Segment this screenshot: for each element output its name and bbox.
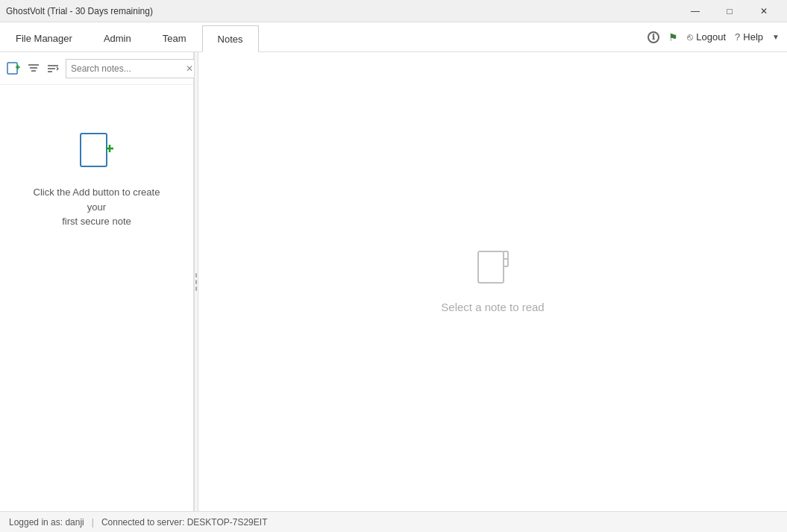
logged-in-label: Logged in as: bbox=[9, 517, 63, 528]
filter-button[interactable] bbox=[27, 60, 40, 78]
flag-button[interactable]: ⚑ bbox=[668, 31, 678, 43]
notes-panel: ✕ ▾ Click the Add button to create your … bbox=[0, 52, 194, 511]
select-note-placeholder: Select a note to read bbox=[441, 250, 544, 313]
tab-file-manager[interactable]: File Manager bbox=[0, 25, 88, 51]
menubar: File Manager Admin Team Notes ℹ ⚑ ⎋ Logo… bbox=[0, 22, 787, 52]
maximize-button[interactable]: □ bbox=[712, 0, 747, 22]
empty-note-illustration bbox=[75, 130, 119, 175]
titlebar: GhostVolt (Trial - 30 Days remaining) — … bbox=[0, 0, 787, 22]
svg-rect-0 bbox=[7, 63, 17, 74]
resizer-handle bbox=[195, 273, 197, 291]
logout-icon: ⎋ bbox=[687, 31, 693, 43]
resizer-dot bbox=[195, 280, 197, 284]
add-note-button[interactable] bbox=[6, 60, 21, 78]
help-label: Help bbox=[743, 31, 763, 43]
titlebar-title: GhostVolt (Trial - 30 Days remaining) bbox=[6, 6, 678, 16]
tab-team[interactable]: Team bbox=[147, 25, 202, 51]
empty-state: Click the Add button to create your firs… bbox=[0, 85, 193, 511]
info-icon: ℹ bbox=[648, 31, 659, 43]
logout-button[interactable]: ⎋ Logout bbox=[687, 31, 726, 43]
notes-toolbar: ✕ ▾ bbox=[0, 52, 193, 85]
svg-rect-12 bbox=[478, 251, 504, 283]
empty-state-text: Click the Add button to create your firs… bbox=[30, 185, 164, 229]
menubar-right: ℹ ⚑ ⎋ Logout ? Help ▼ bbox=[640, 22, 787, 51]
close-button[interactable]: ✕ bbox=[747, 0, 781, 22]
sort-button[interactable] bbox=[46, 60, 60, 78]
select-note-text: Select a note to read bbox=[441, 301, 544, 313]
info-button[interactable]: ℹ bbox=[648, 31, 659, 43]
tab-notes[interactable]: Notes bbox=[202, 25, 259, 52]
note-content-area: Select a note to read bbox=[198, 52, 787, 511]
note-placeholder-icon bbox=[475, 250, 511, 292]
search-container: ✕ bbox=[66, 59, 198, 78]
menu-dropdown-button[interactable]: ▼ bbox=[772, 33, 780, 41]
main-area: ✕ ▾ Click the Add button to create your … bbox=[0, 52, 787, 511]
connected-label: Connected to server: bbox=[101, 517, 184, 528]
resizer-dot bbox=[195, 273, 197, 278]
statusbar: Logged in as: danji | Connected to serve… bbox=[0, 511, 787, 532]
help-icon: ? bbox=[735, 31, 740, 43]
search-clear-button[interactable]: ✕ bbox=[186, 63, 193, 74]
logout-label: Logout bbox=[696, 31, 726, 43]
panel-resizer[interactable] bbox=[194, 52, 198, 511]
svg-rect-9 bbox=[81, 134, 107, 166]
help-button[interactable]: ? Help bbox=[735, 31, 763, 43]
tab-admin[interactable]: Admin bbox=[88, 25, 147, 51]
minimize-button[interactable]: — bbox=[678, 0, 712, 22]
server-name: DESKTOP-7S29EIT bbox=[187, 517, 268, 528]
chevron-down-icon: ▼ bbox=[772, 33, 780, 41]
username: danji bbox=[65, 517, 84, 528]
status-separator: | bbox=[92, 517, 94, 528]
search-input[interactable] bbox=[71, 63, 183, 74]
resizer-dot bbox=[195, 287, 197, 291]
flag-icon: ⚑ bbox=[668, 31, 678, 43]
